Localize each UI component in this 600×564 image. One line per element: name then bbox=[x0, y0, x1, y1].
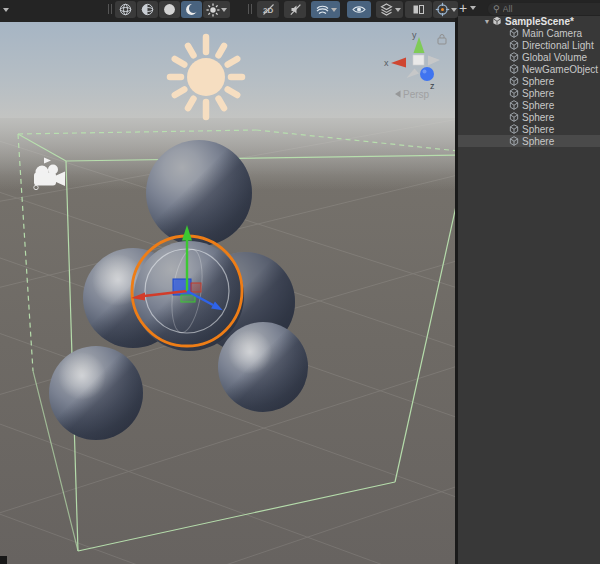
hierarchy-item[interactable]: Sphere bbox=[458, 75, 600, 87]
chevron-down-icon bbox=[3, 8, 9, 12]
gameobject-cube-icon bbox=[509, 88, 519, 98]
hierarchy-search-input[interactable] bbox=[503, 4, 583, 14]
half-shaded-sphere-icon bbox=[140, 2, 155, 17]
scene-visibility-button[interactable] bbox=[347, 1, 371, 18]
layers-dropdown-button[interactable] bbox=[376, 1, 403, 18]
expander-triangle-icon[interactable]: ▼ bbox=[482, 18, 492, 25]
plane-handle-xz[interactable] bbox=[181, 295, 195, 302]
gameobject-cube-icon bbox=[509, 76, 519, 86]
add-gameobject-button[interactable]: + bbox=[459, 0, 481, 16]
draw-mode-wireframe-button[interactable] bbox=[115, 1, 136, 18]
axis-x-label: x bbox=[384, 58, 389, 68]
hierarchy-item[interactable]: Sphere bbox=[458, 99, 600, 111]
add-gameobject-label: + bbox=[459, 1, 467, 16]
hierarchy-item[interactable]: Sphere bbox=[458, 111, 600, 123]
sun-icon bbox=[206, 3, 220, 17]
gameobject-cube-icon bbox=[509, 40, 519, 50]
hierarchy-item[interactable]: Sphere bbox=[458, 123, 600, 135]
sun-core bbox=[187, 58, 225, 96]
2d-view-toggle-button[interactable]: 2D bbox=[257, 1, 279, 18]
chevron-down-icon bbox=[331, 8, 337, 12]
wireframe-sphere-icon bbox=[118, 2, 133, 17]
gameobject-cube-icon bbox=[509, 112, 519, 122]
gameobject-cube-icon bbox=[509, 52, 519, 62]
unity-scene-icon bbox=[492, 16, 502, 26]
split-view-dropdown-button[interactable] bbox=[405, 1, 432, 18]
split-columns-icon bbox=[411, 2, 426, 17]
audio-toggle-button[interactable] bbox=[284, 1, 306, 18]
axis-y-label: y bbox=[412, 30, 417, 40]
chevron-down-icon bbox=[451, 8, 457, 12]
effects-dropdown-button[interactable] bbox=[311, 1, 340, 18]
hierarchy-panel: ▼ SampleScene* Main Camera Direct bbox=[458, 16, 600, 564]
gameobject-cube-icon bbox=[509, 136, 519, 146]
shaded-sphere-icon bbox=[162, 2, 177, 17]
hierarchy-item[interactable]: Global Volume bbox=[458, 51, 600, 63]
projection-label: Persp bbox=[403, 89, 430, 100]
unity-editor-window: 2D bbox=[0, 0, 600, 564]
gameobject-cube-icon bbox=[509, 64, 519, 74]
gizmo-center-cube[interactable] bbox=[413, 55, 424, 65]
tool-handle-dropdown[interactable] bbox=[0, 1, 12, 18]
draw-mode-shaded-wireframe-button[interactable] bbox=[137, 1, 158, 18]
plane-handle-yz[interactable] bbox=[191, 283, 201, 292]
gameobject-cube-icon bbox=[509, 28, 519, 38]
sphere-top[interactable] bbox=[146, 140, 252, 246]
sky bbox=[0, 22, 455, 118]
scene-item-label: SampleScene* bbox=[505, 16, 574, 27]
effects-layers-icon bbox=[315, 2, 330, 17]
scene-viewport[interactable]: y x z Persp bbox=[0, 22, 455, 564]
audio-muted-icon bbox=[288, 2, 303, 17]
hierarchy-rows: Main Camera Directional Light Global Vol… bbox=[458, 27, 600, 147]
hierarchy-item[interactable]: Sphere bbox=[458, 135, 600, 147]
hierarchy-item-scene[interactable]: ▼ SampleScene* bbox=[458, 15, 600, 27]
axis-z-label: z bbox=[430, 81, 435, 91]
sphere-bottom-middle[interactable] bbox=[218, 322, 308, 412]
lighting-mode-button[interactable] bbox=[181, 1, 202, 18]
hierarchy-tree: ▼ SampleScene* Main Camera Direct bbox=[458, 15, 600, 147]
hierarchy-item[interactable]: NewGameObject bbox=[458, 63, 600, 75]
search-icon: ⚲ bbox=[493, 5, 500, 14]
viewport-corner-notch bbox=[0, 556, 7, 564]
hierarchy-item[interactable]: Directional Light bbox=[458, 39, 600, 51]
gameobject-cube-icon bbox=[509, 124, 519, 134]
gizmos-dropdown-button[interactable] bbox=[433, 1, 458, 18]
chevron-down-icon bbox=[470, 6, 476, 10]
chevron-down-icon bbox=[395, 8, 401, 12]
hierarchy-search[interactable]: ⚲ bbox=[487, 2, 600, 16]
gizmo-crosshair-icon bbox=[435, 2, 450, 17]
eye-icon bbox=[351, 2, 367, 17]
hierarchy-item[interactable]: Main Camera bbox=[458, 27, 600, 39]
sphere-bottom-left[interactable] bbox=[49, 346, 143, 440]
chevron-down-icon bbox=[221, 8, 227, 12]
draw-mode-shaded-button[interactable] bbox=[159, 1, 180, 18]
2d-slashed-icon: 2D bbox=[261, 2, 276, 17]
crescent-moon-icon bbox=[184, 2, 199, 17]
light-settings-button[interactable] bbox=[203, 1, 230, 18]
layers-stack-icon bbox=[379, 2, 394, 17]
z-axis-ball[interactable] bbox=[420, 67, 434, 81]
scene-render: y x z Persp bbox=[0, 22, 455, 564]
hierarchy-item[interactable]: Sphere bbox=[458, 87, 600, 99]
gameobject-cube-icon bbox=[509, 100, 519, 110]
